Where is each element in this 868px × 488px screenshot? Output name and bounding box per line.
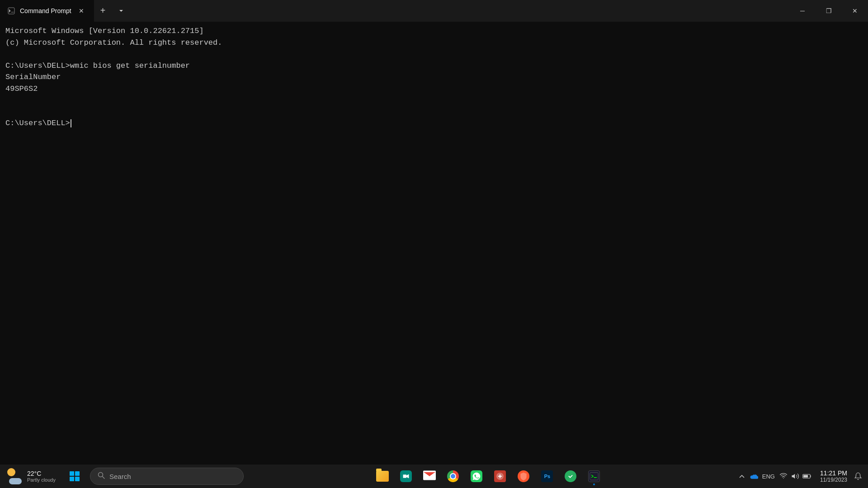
term-line-3 xyxy=(5,48,863,60)
weather-condition: Partly cloudy xyxy=(27,477,56,483)
notification-button[interactable] xyxy=(852,466,864,486)
search-icon xyxy=(98,472,105,481)
cursor xyxy=(71,119,71,127)
volume-tray-icon[interactable] xyxy=(790,471,800,481)
terminal-icon xyxy=(7,7,15,15)
onedrive-tray-icon[interactable] xyxy=(749,471,759,481)
wifi-tray-icon[interactable] xyxy=(778,471,788,481)
photoshop-icon: Ps xyxy=(541,470,553,482)
tab-area: Command Prompt ✕ + xyxy=(0,0,789,22)
taskbar-icon-meet[interactable] xyxy=(395,466,417,486)
clock-date: 11/19/2023 xyxy=(820,477,847,483)
app-red-icon xyxy=(494,470,506,482)
windows-logo xyxy=(70,471,80,481)
taskbar-icons: Ps xyxy=(245,466,731,486)
minimize-button[interactable]: ─ xyxy=(789,0,816,22)
language-label: ENG xyxy=(762,473,775,480)
window-controls: ─ ❐ ✕ xyxy=(789,0,868,22)
brave-icon xyxy=(518,470,529,482)
language-tray[interactable]: ENG xyxy=(760,471,777,481)
svg-line-2 xyxy=(102,476,104,479)
start-button[interactable] xyxy=(63,466,86,486)
term-line-4: C:\Users\DELL>wmic bios get serialnumber xyxy=(5,60,863,72)
whatsapp-icon xyxy=(471,470,482,482)
gmail-icon xyxy=(423,470,436,483)
taskbar-icon-whatsapp[interactable] xyxy=(466,466,487,486)
clock-time: 11:21 PM xyxy=(820,469,847,477)
win-logo-q2 xyxy=(75,471,80,476)
taskbar-icon-app-red[interactable] xyxy=(489,466,511,486)
taskbar-right: ENG xyxy=(733,466,864,486)
taskbar-icon-gmail[interactable] xyxy=(419,466,440,486)
svg-rect-7 xyxy=(590,473,598,480)
sun-icon xyxy=(7,468,15,476)
tab-title: Command Prompt xyxy=(20,7,71,14)
system-tray: ENG xyxy=(733,471,816,481)
taskbar-icon-brave[interactable] xyxy=(513,466,534,486)
close-tab-button[interactable]: ✕ xyxy=(76,5,87,16)
chrome-icon xyxy=(447,470,459,482)
terminal-output[interactable]: Microsoft Windows [Version 10.0.22621.27… xyxy=(0,22,868,465)
active-tab[interactable]: Command Prompt ✕ xyxy=(0,0,94,22)
taskbar-icon-chrome[interactable] xyxy=(442,466,464,486)
terminal-prompt-line: C:\Users\DELL> xyxy=(5,117,863,129)
win-logo-q3 xyxy=(70,477,74,481)
weather-widget[interactable]: 22°C Partly cloudy xyxy=(4,466,59,486)
svg-rect-9 xyxy=(803,475,808,478)
taskbar-icon-file-explorer[interactable] xyxy=(372,466,393,486)
cloud-icon xyxy=(9,478,22,484)
file-explorer-icon xyxy=(376,471,389,482)
terminal-taskbar-icon xyxy=(588,470,600,482)
term-line-5: SerialNumber xyxy=(5,71,863,83)
term-line-2: (c) Microsoft Corporation. All rights re… xyxy=(5,37,863,49)
win-logo-q1 xyxy=(70,471,74,476)
new-tab-button[interactable]: + xyxy=(94,0,112,22)
temperature: 22°C xyxy=(27,470,56,477)
taskbar-icon-photoshop[interactable]: Ps xyxy=(536,466,558,486)
weather-icon xyxy=(7,468,24,484)
taskbar-icon-terminal[interactable] xyxy=(583,466,605,486)
app-green-icon xyxy=(565,470,576,482)
clock[interactable]: 11:21 PM 11/19/2023 xyxy=(816,469,851,483)
svg-point-6 xyxy=(566,472,575,480)
meet-icon xyxy=(400,470,412,482)
taskbar: 22°C Partly cloudy Search xyxy=(0,465,868,488)
win-logo-q4 xyxy=(75,477,80,481)
tray-expand-button[interactable] xyxy=(737,471,747,481)
search-placeholder: Search xyxy=(109,473,131,480)
taskbar-icon-app-green[interactable] xyxy=(560,466,581,486)
search-bar[interactable]: Search xyxy=(90,468,244,485)
battery-tray-icon[interactable] xyxy=(802,471,812,481)
weather-info: 22°C Partly cloudy xyxy=(27,470,56,483)
term-line-8 xyxy=(5,106,863,118)
term-line-7 xyxy=(5,94,863,106)
tab-dropdown-button[interactable] xyxy=(112,0,130,22)
terminal-prompt: C:\Users\DELL> xyxy=(5,117,70,129)
restore-button[interactable]: ❐ xyxy=(816,0,842,22)
term-line-1: Microsoft Windows [Version 10.0.22621.27… xyxy=(5,25,863,37)
term-line-6: 49SP6S2 xyxy=(5,83,863,95)
titlebar: Command Prompt ✕ + ─ ❐ ✕ xyxy=(0,0,868,22)
close-button[interactable]: ✕ xyxy=(842,0,868,22)
